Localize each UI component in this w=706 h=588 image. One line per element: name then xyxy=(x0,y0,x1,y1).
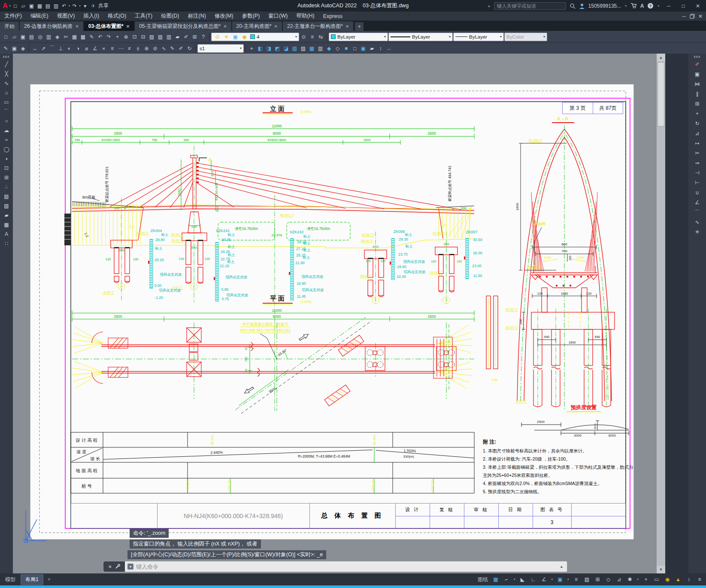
file-tab[interactable]: 26-边墩承台钢筋构造✕ xyxy=(20,21,83,31)
graphics-performance-icon[interactable]: ▲ xyxy=(674,576,682,583)
pan-icon[interactable]: + xyxy=(113,33,121,41)
rotate-icon[interactable]: ↻ xyxy=(693,119,702,128)
undo-icon[interactable]: ↶ xyxy=(96,33,104,41)
autocad-logo-icon[interactable]: A xyxy=(3,2,8,10)
minimize-button[interactable]: ─ xyxy=(663,2,674,10)
plot-preview-icon[interactable]: ◎ xyxy=(36,33,44,41)
zoom-realtime-icon[interactable]: ⊕ xyxy=(122,33,130,41)
properties-icon[interactable]: ▧ xyxy=(148,33,156,41)
revision-cloud-icon[interactable]: ☁ xyxy=(2,126,11,135)
block-tool-icon[interactable]: ◆ xyxy=(325,44,333,52)
plot-icon[interactable]: ▥ xyxy=(45,33,53,41)
menu-item[interactable]: 帮助(H) xyxy=(292,12,318,21)
spline-icon[interactable]: ≈ xyxy=(2,136,11,144)
chamfer-icon[interactable]: ∠ xyxy=(693,198,702,207)
doc-restore-button[interactable] xyxy=(690,14,695,19)
draworder-back-icon[interactable]: ◨ xyxy=(265,44,273,52)
redo-icon[interactable]: ↷ xyxy=(105,33,113,41)
explode-icon[interactable]: ✳ xyxy=(693,228,702,236)
erase-icon[interactable]: ✐ xyxy=(693,60,702,69)
dim-edit-icon[interactable]: ✎ xyxy=(168,44,176,52)
insert-block-icon[interactable]: ⊡ xyxy=(2,164,11,172)
draworder-front-icon[interactable]: ◧ xyxy=(256,44,264,52)
user-icon[interactable] xyxy=(579,3,585,9)
center-mark-icon[interactable]: ⊕ xyxy=(142,44,151,52)
polar-tracking-icon[interactable]: ∠ xyxy=(540,576,548,583)
menu-item[interactable]: 窗口(W) xyxy=(264,12,292,21)
layer-control-combo[interactable]: ⊙☀▣◉ 4 ▾ xyxy=(211,33,299,41)
region-icon[interactable]: ▰ xyxy=(2,211,11,220)
scale-icon[interactable]: ⊿ xyxy=(693,129,702,138)
search-icon[interactable] xyxy=(570,3,576,9)
recent-commands-icon[interactable]: ▾ xyxy=(127,564,133,570)
hatch-icon[interactable]: ▨ xyxy=(2,192,11,201)
file-tab[interactable]: 05-主梁钢箱梁梁段划分及构造总图*✕ xyxy=(135,21,231,31)
paper-space-label[interactable]: 图纸 xyxy=(478,576,488,583)
collapse-search-icon[interactable]: ▸ xyxy=(488,4,491,8)
snap-icon[interactable]: ⌐ xyxy=(503,576,510,583)
account-caret-icon[interactable]: ▾ xyxy=(625,4,627,8)
layer-on-bulb-icon[interactable]: ⊙ xyxy=(213,33,221,41)
layout1-tab[interactable]: 布局1 xyxy=(21,574,43,585)
tolerance-icon[interactable]: ± xyxy=(134,44,142,52)
menu-item[interactable]: Express xyxy=(319,12,347,21)
doc-close-button[interactable]: ✕ xyxy=(697,12,704,21)
polyline-icon[interactable]: ∿ xyxy=(2,79,11,87)
account-name[interactable]: 1505999135... xyxy=(588,3,621,9)
workspace-gear-icon-caret[interactable]: ▾ xyxy=(637,578,639,581)
menu-item[interactable]: 工具(T) xyxy=(130,12,157,21)
ortho-icon[interactable]: ∟ xyxy=(529,576,537,583)
zoom-window-icon[interactable]: ⊡ xyxy=(130,33,139,41)
vertical-scrollbar[interactable]: ▲ ▼ xyxy=(657,54,665,573)
save-icon[interactable]: ▣ xyxy=(19,33,27,41)
menu-item[interactable]: 插入(I) xyxy=(79,12,103,21)
save-icon[interactable]: ▣ xyxy=(27,2,36,10)
open-folder-icon[interactable]: ▱ xyxy=(19,2,27,10)
help-icon[interactable]: ? xyxy=(647,3,654,9)
layer-states-icon[interactable]: ≡ xyxy=(308,33,316,41)
share-plane-icon[interactable]: ✈ xyxy=(89,2,97,10)
redo-icon-caret[interactable]: ▾ xyxy=(79,4,81,8)
sheet-set-icon[interactable]: ▰ xyxy=(173,33,182,41)
gradient-icon[interactable]: ▧ xyxy=(2,202,11,210)
menu-item[interactable]: 标注(N) xyxy=(184,12,210,21)
toolbar-grip[interactable] xyxy=(3,56,10,58)
isolate-objects-icon[interactable]: ◉ xyxy=(664,576,671,583)
dim-ordinate-icon[interactable]: ⊥ xyxy=(57,44,65,52)
standards-icon[interactable]: ◈ xyxy=(19,44,27,52)
dim-textedit-icon[interactable]: ✐ xyxy=(177,44,185,52)
publish-icon[interactable]: ◈ xyxy=(53,33,61,41)
tab-close-icon[interactable]: ✕ xyxy=(274,24,278,29)
order-up-icon[interactable]: ↕ xyxy=(376,44,385,52)
menu-item[interactable]: 编辑(E) xyxy=(26,12,53,21)
paste-icon[interactable]: ▩ xyxy=(79,33,87,41)
dim-style-combo[interactable]: s1 ▾ xyxy=(197,44,244,53)
share-label[interactable]: 共享 xyxy=(98,2,109,9)
style-icon[interactable]: ▣ xyxy=(10,44,18,52)
osnap-icon-caret[interactable]: ▾ xyxy=(567,578,569,581)
markup-icon[interactable]: ✐ xyxy=(182,33,190,41)
app-store-cart-icon[interactable] xyxy=(630,3,637,9)
quick-dim-icon[interactable]: « xyxy=(100,44,108,52)
snap-icon-caret[interactable]: ▾ xyxy=(514,578,515,581)
tab-close-icon[interactable]: ✕ xyxy=(223,24,227,29)
plotstyle-control-combo[interactable]: ByColor ▾ xyxy=(504,33,547,41)
break-at-point-icon[interactable]: ⊣ xyxy=(693,169,702,177)
dim-jogline-icon[interactable]: ∿ xyxy=(160,44,168,52)
layer-viewport-icon[interactable]: ▣ xyxy=(231,33,239,41)
3d-osnap-icon[interactable]: ◇ xyxy=(604,576,612,583)
new-file-icon[interactable]: □ xyxy=(2,33,10,41)
print-icon[interactable]: ▤ xyxy=(27,33,36,41)
save-as-icon[interactable]: ▦ xyxy=(36,2,44,10)
menu-item[interactable]: 文件(F) xyxy=(0,12,26,21)
offset-tool-icon[interactable]: ▨ xyxy=(299,44,307,52)
undo-icon-caret[interactable]: ▾ xyxy=(69,4,70,8)
layer-thaw-sun-icon[interactable]: ☀ xyxy=(222,33,230,41)
menu-item[interactable]: 格式(O) xyxy=(103,12,130,21)
circle-icon[interactable]: ○ xyxy=(2,117,11,125)
clean-screen-icon[interactable]: ↕ xyxy=(685,576,693,583)
file-tab[interactable]: 22-主墩承台一般构造图*✕ xyxy=(283,21,353,31)
help-caret-icon[interactable]: ▾ xyxy=(658,4,659,8)
mledit-icon[interactable]: ✎ xyxy=(2,44,10,52)
trim-icon[interactable]: ✂ xyxy=(693,149,702,157)
